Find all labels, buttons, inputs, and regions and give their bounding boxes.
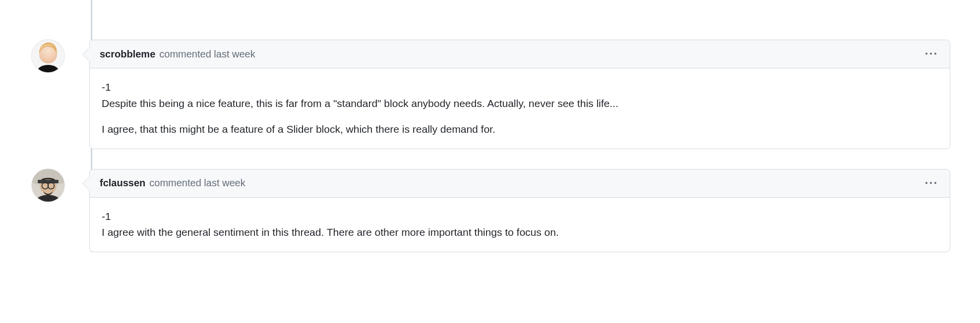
kebab-horizontal-icon	[925, 178, 936, 189]
comment-header: scrobbleme commented last week	[90, 40, 950, 68]
comment-author-link[interactable]: scrobbleme	[100, 49, 155, 60]
comment: fclaussen commented last week -1 I agree…	[89, 169, 950, 252]
avatar-image	[32, 40, 64, 72]
avatar-image	[32, 169, 64, 202]
comment-timestamp-link[interactable]: last week	[214, 49, 255, 60]
avatar[interactable]	[32, 169, 64, 202]
kebab-horizontal-icon	[925, 49, 936, 59]
comment-body: -1 I agree with the general sentiment in…	[90, 198, 950, 252]
comment-actions-button[interactable]	[922, 47, 940, 61]
comment-author-link[interactable]: fclaussen	[100, 177, 145, 189]
comment-text-line: -1	[102, 211, 111, 222]
avatar[interactable]	[32, 40, 64, 72]
comment-body: -1 Despite this being a nice feature, th…	[90, 68, 950, 149]
timeline-spacer	[89, 0, 950, 20]
timeline-item: scrobbleme commented last week -1 Despit…	[89, 40, 950, 149]
comment-verb: commented	[159, 49, 211, 60]
comment-timestamp-link[interactable]: last week	[204, 177, 245, 189]
svg-rect-4	[38, 180, 59, 183]
comment-actions-button[interactable]	[922, 176, 940, 190]
timeline: scrobbleme commented last week -1 Despit…	[0, 0, 980, 252]
comment-text-line: -1	[102, 81, 111, 93]
comment-text-line: Despite this being a nice feature, this …	[102, 98, 618, 109]
comment-text-line: I agree with the general sentiment in th…	[102, 226, 559, 238]
comment-text-line: I agree, that this might be a feature of…	[102, 121, 938, 138]
comment: scrobbleme commented last week -1 Despit…	[89, 40, 950, 149]
comment-verb: commented	[149, 177, 201, 189]
comment-header: fclaussen commented last week	[90, 169, 950, 198]
timeline-item: fclaussen commented last week -1 I agree…	[89, 169, 950, 252]
